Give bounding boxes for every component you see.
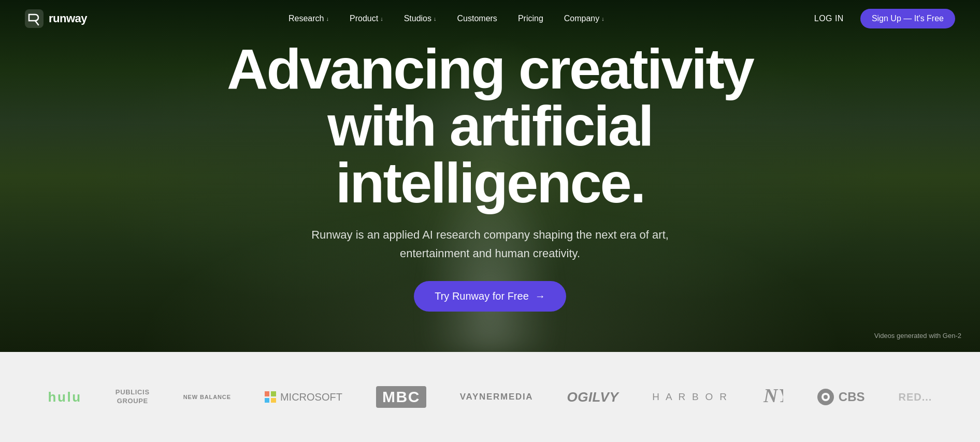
chevron-down-icon: ↓ [380, 16, 383, 22]
logo-new-balance: new balance [183, 394, 231, 400]
logo-microsoft: Microsoft [265, 391, 342, 403]
nav-item-customers[interactable]: Customers [449, 10, 506, 27]
nav-links: Research ↓ Product ↓ Studios ↓ Customers… [280, 10, 613, 27]
logo[interactable]: runway [25, 9, 87, 28]
logo-yankees: NY [762, 384, 783, 410]
logo-hulu: hulu [48, 389, 82, 405]
nav-actions: LOG IN Sign Up — It's Free [806, 9, 955, 28]
hero-section: Advancing creativity with artificial int… [0, 0, 980, 352]
nav-item-research[interactable]: Research ↓ [280, 10, 337, 27]
hero-title: Advancing creativity with artificial int… [200, 40, 780, 211]
nav-item-pricing[interactable]: Pricing [510, 10, 552, 27]
logo-text: runway [49, 12, 87, 25]
svg-text:NY: NY [763, 385, 783, 406]
logos-strip: hulu PUBLICISGROUPE new balance Microsof… [0, 352, 980, 442]
logo-red-partial: RED... [899, 391, 932, 403]
hero-cta-label: Try Runway for Free [435, 290, 529, 302]
logo-vaynermedia: VAYNERMEDIA [460, 392, 534, 402]
svg-rect-0 [25, 9, 44, 28]
login-button[interactable]: LOG IN [806, 10, 852, 27]
cbs-eye-icon [817, 388, 834, 406]
runway-logo-icon [25, 9, 44, 28]
hero-subtitle: Runway is an applied AI research company… [309, 226, 671, 262]
chevron-down-icon: ↓ [326, 16, 329, 22]
nav-item-product[interactable]: Product ↓ [341, 10, 392, 27]
logo-publicis: PUBLICISGROUPE [116, 388, 150, 406]
hero-cta-button[interactable]: Try Runway for Free → [414, 281, 566, 312]
microsoft-grid-icon [265, 391, 276, 403]
svg-point-4 [824, 395, 828, 399]
arrow-icon: → [535, 290, 545, 302]
logo-cbs: CBS [817, 388, 865, 406]
navbar: runway Research ↓ Product ↓ Studios ↓ Cu… [0, 0, 980, 37]
nav-item-studios[interactable]: Studios ↓ [396, 10, 445, 27]
chevron-down-icon: ↓ [601, 16, 604, 22]
logo-harbor: H A R B O R [652, 391, 728, 403]
logo-ogilvy: Ogilvy [567, 389, 618, 405]
signup-button[interactable]: Sign Up — It's Free [860, 9, 955, 28]
video-credit: Videos generated with Gen-2 [874, 332, 961, 340]
chevron-down-icon: ↓ [434, 16, 437, 22]
hero-content: Advancing creativity with artificial int… [179, 40, 801, 311]
logo-mbc: MBC [376, 386, 426, 408]
microsoft-label: Microsoft [280, 391, 342, 403]
nav-item-company[interactable]: Company ↓ [556, 10, 613, 27]
